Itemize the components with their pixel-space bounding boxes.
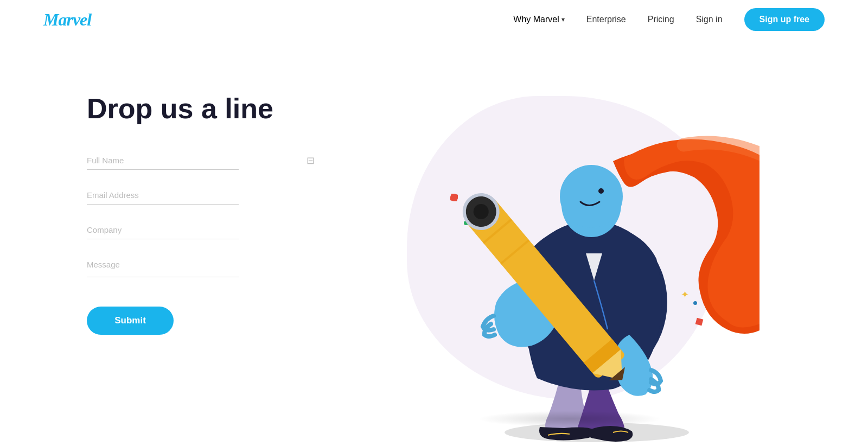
message-field bbox=[87, 256, 315, 279]
contact-form: ⊟ Submit bbox=[87, 151, 315, 335]
ground-shadow bbox=[477, 411, 662, 427]
page-title: Drop us a line bbox=[87, 93, 315, 124]
company-field bbox=[87, 221, 315, 239]
email-input[interactable] bbox=[87, 186, 239, 205]
main-content: Drop us a line ⊟ Submit bbox=[0, 39, 868, 446]
id-card-icon: ⊟ bbox=[307, 155, 315, 167]
illustration-wrap: ✦ ✦ bbox=[380, 74, 760, 443]
email-field bbox=[87, 186, 315, 205]
chevron-down-icon: ▾ bbox=[561, 16, 565, 23]
message-input[interactable] bbox=[87, 256, 239, 277]
character-illustration bbox=[380, 74, 760, 443]
svg-point-5 bbox=[560, 165, 623, 228]
full-name-field: ⊟ bbox=[87, 151, 315, 170]
nav-item-why-marvel[interactable]: Why Marvel ▾ bbox=[513, 15, 564, 24]
signup-button[interactable]: Sign up free bbox=[744, 8, 825, 31]
illustration-section: ✦ ✦ bbox=[315, 72, 825, 446]
form-section: Drop us a line ⊟ Submit bbox=[87, 72, 315, 335]
logo[interactable]: Marvel bbox=[43, 10, 91, 30]
navbar: Marvel Why Marvel ▾ Enterprise Pricing S… bbox=[0, 0, 868, 39]
company-input[interactable] bbox=[87, 221, 239, 239]
full-name-input[interactable] bbox=[87, 151, 239, 170]
svg-point-6 bbox=[598, 188, 604, 194]
submit-button[interactable]: Submit bbox=[87, 307, 174, 335]
nav-item-pricing[interactable]: Pricing bbox=[648, 15, 674, 24]
nav-item-enterprise[interactable]: Enterprise bbox=[586, 15, 626, 24]
nav-item-signin[interactable]: Sign in bbox=[696, 15, 723, 24]
